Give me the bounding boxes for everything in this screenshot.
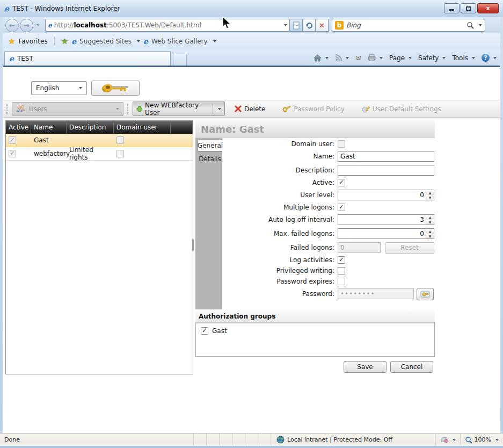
new-user-chevron-icon[interactable] (218, 108, 221, 110)
tools-menu[interactable]: Tools (450, 53, 477, 63)
privacy-chevron-icon[interactable] (453, 439, 456, 441)
password-policy-button[interactable]: Password Policy (277, 102, 349, 116)
detail-tabstrip: General Details (195, 138, 222, 309)
spin-up-icon[interactable]: ▲ (426, 229, 434, 234)
spin-down-icon[interactable]: ▼ (426, 195, 434, 200)
new-webfactory-user-button[interactable]: New WEBfactory User (133, 102, 225, 116)
row-domain-user-checkbox[interactable] (116, 150, 124, 157)
home-button[interactable] (311, 53, 331, 63)
auth-group-checkbox[interactable] (201, 327, 208, 335)
reset-button[interactable]: Reset (385, 242, 434, 254)
column-header-name[interactable]: Name (31, 121, 67, 134)
privacy-control[interactable] (435, 433, 460, 446)
toolbar-grip-icon[interactable] (6, 104, 8, 114)
password-label: Password: (302, 290, 338, 298)
privileged-writing-checkbox[interactable] (338, 267, 345, 274)
column-header-description[interactable]: Description (67, 121, 114, 134)
help-menu[interactable]: ? (479, 53, 499, 63)
name-field[interactable] (338, 151, 434, 162)
web-slice-gallery-button[interactable]: Web Slice Gallery (151, 38, 208, 45)
list-item[interactable]: Gast (196, 323, 434, 335)
panel-splitter[interactable] (192, 239, 194, 251)
spin-down-icon[interactable]: ▼ (426, 234, 434, 239)
row-active-checkbox[interactable] (9, 136, 16, 144)
row-domain-user-checkbox[interactable] (116, 136, 124, 144)
user-level-stepper[interactable] (338, 190, 434, 200)
safety-menu[interactable]: Safety (416, 53, 448, 63)
printer-icon (368, 54, 376, 61)
save-button[interactable]: Save (344, 361, 387, 373)
url-dropdown-chevron-icon[interactable] (284, 24, 287, 26)
feeds-button[interactable] (333, 53, 351, 62)
user-default-settings-button[interactable]: User Default Settings (356, 102, 447, 116)
search-icon[interactable] (466, 21, 474, 29)
active-checkbox[interactable] (338, 179, 345, 186)
address-bar-row: ← → e http://localhost:5003/TEST.Web/Def… (3, 17, 500, 33)
web-slice-chevron-icon[interactable] (213, 40, 216, 42)
zoom-level: 100% (475, 436, 491, 443)
close-button[interactable]: x (477, 3, 499, 13)
compatibility-view-button[interactable] (290, 19, 303, 32)
tab-test[interactable]: e TEST (4, 51, 171, 66)
logout-key-button[interactable] (91, 81, 140, 96)
spin-down-icon[interactable]: ▼ (426, 220, 434, 225)
back-button[interactable]: ← (5, 19, 19, 32)
log-activities-label: Log activities: (290, 256, 338, 264)
refresh-icon (305, 21, 313, 29)
zoom-control[interactable]: 100% (460, 433, 503, 446)
row-active-checkbox[interactable] (9, 150, 16, 157)
column-header-active[interactable]: Active (6, 121, 31, 134)
read-mail-button[interactable]: ✉ (353, 53, 363, 63)
row-name: webfactory (31, 147, 67, 160)
delete-button[interactable]: Delete (229, 102, 271, 116)
url-text[interactable]: http://localhost:5003/TEST.Web/Default.h… (54, 21, 282, 29)
zoom-chevron-icon[interactable] (495, 439, 499, 441)
column-header-domain-user[interactable]: Domain user (114, 121, 171, 134)
password-expires-checkbox[interactable] (338, 278, 345, 285)
max-failed-logons-stepper[interactable] (338, 228, 434, 239)
print-button[interactable] (366, 53, 385, 62)
edit-key-icon (420, 291, 430, 298)
refresh-button[interactable] (303, 19, 316, 32)
security-zone: Local intranet | Protected Mode: Off (271, 433, 435, 446)
minimize-button[interactable] (444, 3, 460, 13)
favorites-button[interactable]: Favorites (18, 38, 47, 45)
help-icon: ? (482, 54, 490, 62)
users-combobox[interactable]: Users (12, 102, 123, 116)
cancel-button[interactable]: Cancel (390, 361, 433, 373)
tab-general[interactable]: General (198, 140, 222, 151)
suggested-sites-button[interactable]: Suggested Sites (79, 38, 132, 45)
page-menu[interactable]: Page (387, 53, 414, 63)
add-favorite-icon[interactable]: ★ (61, 37, 68, 46)
multiple-logons-checkbox[interactable] (338, 204, 345, 211)
table-row[interactable]: webfactory Limited rights (6, 147, 193, 161)
intranet-globe-icon (276, 436, 285, 444)
spin-up-icon[interactable]: ▲ (426, 215, 434, 220)
url-field[interactable]: e http://localhost:5003/TEST.Web/Default… (45, 19, 290, 32)
search-options-chevron-icon[interactable] (479, 24, 482, 26)
auto-log-off-stepper[interactable] (338, 214, 434, 225)
spin-up-icon[interactable]: ▲ (426, 190, 434, 195)
search-box[interactable]: b Bing (332, 19, 485, 32)
privileged-writing-label: Privileged writing: (276, 267, 338, 274)
window-title: TEST - Windows Internet Explorer (12, 5, 120, 12)
language-select[interactable]: English (31, 81, 87, 95)
tab-details[interactable]: Details (198, 153, 222, 165)
toolbar-grip2-icon[interactable] (127, 104, 129, 114)
change-password-button[interactable] (417, 288, 434, 300)
description-field[interactable] (338, 165, 434, 176)
multiple-logons-label: Multiple logons: (283, 204, 338, 211)
active-label: Active: (312, 179, 338, 186)
command-bar: ✉ Page Safety Tools ? (311, 53, 499, 66)
table-row[interactable]: Gast (6, 134, 193, 147)
row-description: Limited rights (67, 147, 114, 160)
maximize-button[interactable] (461, 3, 476, 13)
search-placeholder[interactable]: Bing (346, 21, 464, 29)
recent-pages-chevron-icon[interactable] (37, 24, 40, 26)
new-tab-stub[interactable] (173, 54, 187, 66)
log-activities-checkbox[interactable] (338, 256, 345, 264)
stop-button[interactable]: ✕ (316, 19, 329, 32)
suggested-sites-chevron-icon[interactable] (137, 40, 140, 42)
users-icon (16, 105, 25, 113)
forward-button[interactable]: → (20, 19, 33, 32)
